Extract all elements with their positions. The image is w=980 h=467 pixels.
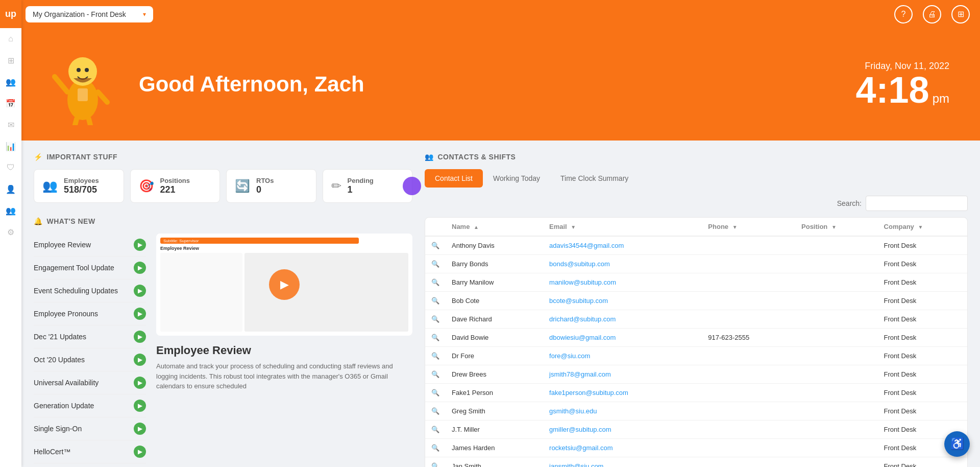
table-row[interactable]: 🔍 Barry Manilow manilow@subitup.com Fron…	[425, 273, 967, 292]
row-email[interactable]: fake1person@subitup.com	[543, 384, 702, 402]
row-position	[795, 439, 878, 457]
sidebar-item-mail[interactable]: ✉	[0, 114, 21, 135]
list-item[interactable]: HelloCert™ ▶	[34, 440, 146, 463]
tab-time-clock-summary[interactable]: Time Clock Summary	[550, 169, 639, 188]
row-company: Front Desk	[878, 292, 967, 310]
row-email[interactable]: fore@siu.com	[543, 347, 702, 365]
row-email[interactable]: dbowiesiu@gmail.com	[543, 329, 702, 347]
row-company: Front Desk	[878, 402, 967, 421]
row-email[interactable]: jansmith@siu.com	[543, 457, 702, 468]
row-phone	[702, 236, 795, 255]
right-panel: 👥 CONTACTS & SHIFTS Contact List Working…	[425, 141, 980, 467]
table-row[interactable]: 🔍 Dr Fore fore@siu.com Front Desk	[425, 347, 967, 365]
apps-button[interactable]: ⊞	[951, 5, 970, 24]
list-item[interactable]: Oct '20 Updates ▶	[34, 348, 146, 371]
row-company: Front Desk	[878, 255, 967, 273]
contact-table-body: 🔍 Anthony Davis adavis34544@gmail.com Fr…	[425, 236, 967, 467]
tab-working-today[interactable]: Working Today	[483, 169, 550, 188]
row-company: Front Desk	[878, 329, 967, 347]
col-email[interactable]: Email ▼	[543, 218, 702, 236]
table-row[interactable]: 🔍 Jan Smith jansmith@siu.com Front Desk	[425, 457, 967, 468]
table-row[interactable]: 🔍 Barry Bonds bonds@subitup.com Front De…	[425, 255, 967, 273]
current-time: 4:18	[856, 72, 929, 108]
row-phone	[702, 347, 795, 365]
list-item[interactable]: Universal Availability ▶	[34, 371, 146, 394]
list-item[interactable]: Single Sign-On ▶	[34, 417, 146, 440]
row-email[interactable]: adavis34544@gmail.com	[543, 236, 702, 255]
sidebar-item-person[interactable]: 👤	[0, 178, 21, 200]
accessibility-button[interactable]: ♿	[944, 431, 970, 457]
arrow-icon: ▶	[134, 331, 146, 343]
row-phone	[702, 402, 795, 421]
mascot	[52, 43, 124, 125]
table-row[interactable]: 🔍 James Harden rocketsiu@gmail.com Front…	[425, 439, 967, 457]
row-email[interactable]: manilow@subitup.com	[543, 273, 702, 292]
row-email[interactable]: bonds@subitup.com	[543, 255, 702, 273]
table-row[interactable]: 🔍 Anthony Davis adavis34544@gmail.com Fr…	[425, 236, 967, 255]
list-item[interactable]: Event Import Tool ▶	[34, 463, 146, 467]
list-item[interactable]: Engagement Tool Update ▶	[34, 256, 146, 279]
stat-employees[interactable]: 👥 Employees 518/705	[34, 169, 124, 203]
help-button[interactable]: ?	[894, 5, 913, 24]
row-email[interactable]: rocketsiu@gmail.com	[543, 439, 702, 457]
stat-pending[interactable]: ✏ Pending 1	[323, 169, 413, 203]
hero-greeting-text: Good Afternoon, Zach	[139, 72, 364, 97]
sidebar-item-people[interactable]: 👥	[0, 71, 21, 92]
row-email[interactable]: jsmith78@gmail.com	[543, 365, 702, 384]
row-phone	[702, 292, 795, 310]
sidebar-item-shield[interactable]: 🛡	[0, 157, 21, 178]
table-row[interactable]: 🔍 Dave Richard drichard@subitup.com Fron…	[425, 310, 967, 329]
row-user-icon: 🔍	[425, 236, 446, 255]
item-label: Single Sign-On	[34, 425, 134, 433]
table-row[interactable]: 🔍 Bob Cote bcote@subitup.com Front Desk	[425, 292, 967, 310]
stat-employees-info: Employees 518/705	[64, 177, 99, 195]
list-item[interactable]: Generation Update ▶	[34, 394, 146, 417]
row-email[interactable]: bcote@subitup.com	[543, 292, 702, 310]
row-phone: 917-623-2555	[702, 329, 795, 347]
table-row[interactable]: 🔍 J.T. Miller gmiller@subitup.com Front …	[425, 421, 967, 439]
row-position	[795, 457, 878, 468]
stat-positions[interactable]: 🎯 Positions 221	[130, 169, 220, 203]
video-description: Automate and track your process of sched…	[156, 361, 412, 391]
table-row[interactable]: 🔍 David Bowie dbowiesiu@gmail.com 917-62…	[425, 329, 967, 347]
col-phone[interactable]: Phone ▼	[702, 218, 795, 236]
sidebar-item-grid[interactable]: ⊞	[0, 50, 21, 71]
list-item[interactable]: Employee Review ▶	[34, 233, 146, 256]
row-name: Bob Cote	[446, 292, 543, 310]
app-logo[interactable]: up	[0, 0, 21, 28]
row-phone	[702, 255, 795, 273]
tab-contact-list[interactable]: Contact List	[425, 169, 483, 188]
list-item[interactable]: Event Scheduling Updates ▶	[34, 279, 146, 302]
row-email[interactable]: gsmith@siu.edu	[543, 402, 702, 421]
row-email[interactable]: gmiller@subitup.com	[543, 421, 702, 439]
sidebar-item-group[interactable]: 👥	[0, 200, 21, 221]
org-selector[interactable]: My Organization - Front Desk ▾	[26, 6, 153, 22]
item-label: HelloCert™	[34, 448, 134, 456]
row-phone	[702, 273, 795, 292]
col-name[interactable]: Name ▲	[446, 218, 543, 236]
logo-text: up	[5, 9, 16, 19]
employees-label: Employees	[64, 177, 99, 184]
sidebar-item-home[interactable]: ⌂	[0, 28, 21, 50]
important-stuff-label: IMPORTANT STUFF	[47, 153, 118, 161]
print-button[interactable]: 🖨	[923, 5, 941, 24]
table-row[interactable]: 🔍 Fake1 Person fake1person@subitup.com F…	[425, 384, 967, 402]
table-row[interactable]: 🔍 Drew Brees jsmith78@gmail.com Front De…	[425, 365, 967, 384]
col-company[interactable]: Company ▼	[878, 218, 967, 236]
item-label: Dec '21 Updates	[34, 333, 134, 341]
question-icon: ?	[901, 10, 906, 19]
sidebar-item-calendar[interactable]: 📅	[0, 92, 21, 114]
play-button[interactable]: ▶	[269, 269, 300, 300]
video-thumbnail[interactable]: Subtitle: Supervisor Employee Review ▶	[156, 233, 412, 336]
table-row[interactable]: 🔍 Greg Smith gsmith@siu.edu Front Desk	[425, 402, 967, 421]
row-email[interactable]: drichard@subitup.com	[543, 310, 702, 329]
list-item[interactable]: Dec '21 Updates ▶	[34, 325, 146, 348]
sidebar-item-settings[interactable]: ⚙	[0, 221, 21, 243]
sidebar-item-chart[interactable]: 📊	[0, 135, 21, 157]
item-label: Employee Pronouns	[34, 310, 134, 318]
search-input[interactable]	[866, 196, 968, 211]
stat-rtos[interactable]: 🔄 RTOs 0	[226, 169, 316, 203]
list-item[interactable]: Employee Pronouns ▶	[34, 302, 146, 325]
col-position[interactable]: Position ▼	[795, 218, 878, 236]
sort-arrow-phone: ▼	[732, 224, 738, 230]
